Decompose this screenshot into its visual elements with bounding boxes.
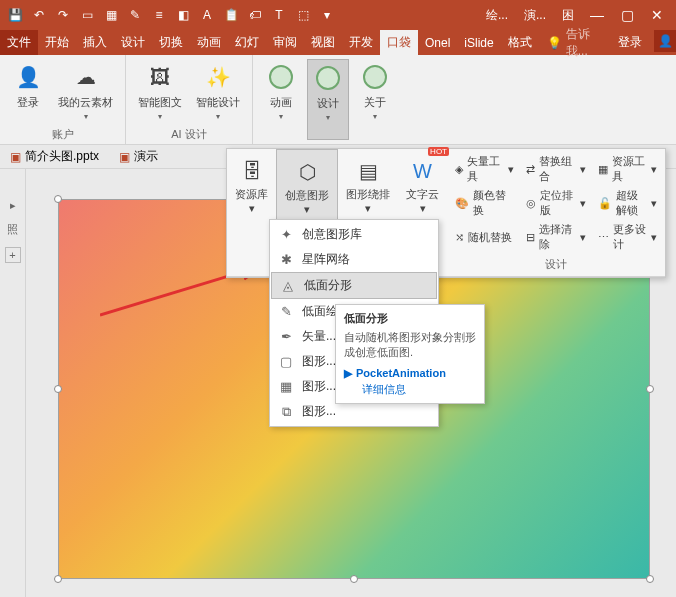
tab-file[interactable]: 文件 [0, 30, 38, 55]
more-icon: ⋯ [598, 231, 609, 244]
ppt-icon: ▣ [119, 150, 130, 164]
tab-transition[interactable]: 切换 [152, 30, 190, 55]
tag-icon[interactable]: 🏷 [244, 4, 266, 26]
smart-graphic-button[interactable]: 🖼 智能图文 ▾ [134, 59, 186, 125]
tell-me-search[interactable]: 💡 告诉我... [539, 30, 610, 55]
resize-handle-bl[interactable] [54, 575, 62, 583]
layers-icon: ⧉ [278, 404, 294, 420]
circle-icon [265, 61, 297, 93]
resize-handle-ml[interactable] [54, 385, 62, 393]
side-panel: ▸ 照 + [0, 169, 26, 597]
more-design-link[interactable]: ⋯更多设计▾ [596, 221, 659, 253]
design-icon: ✨ [202, 61, 234, 93]
tab-design[interactable]: 设计 [114, 30, 152, 55]
tab-islide[interactable]: iSlide [457, 30, 500, 55]
save-icon[interactable]: 💾 [4, 4, 26, 26]
user-avatar-icon[interactable]: 👤 [654, 30, 676, 52]
vector-tools-link[interactable]: ◈矢量工具▾ [453, 153, 516, 185]
chevron-down-icon: ▾ [580, 163, 586, 176]
chevron-down-icon: ▾ [249, 202, 255, 215]
menu-star-matrix[interactable]: ✱星阵网络 [270, 247, 438, 272]
close-icon[interactable]: ✕ [642, 0, 672, 30]
graphic-icon: 🖼 [144, 61, 176, 93]
tab-developer[interactable]: 开发 [342, 30, 380, 55]
add-icon[interactable]: + [5, 247, 21, 263]
layout-label: 定位排版 [540, 188, 575, 218]
resize-handle-mr[interactable] [646, 385, 654, 393]
paste-icon[interactable]: 📋 [220, 4, 242, 26]
more-design-label: 更多设计 [613, 222, 647, 252]
font-color-icon[interactable]: A [196, 4, 218, 26]
ribbon-group-ai: 🖼 智能图文 ▾ ✨ 智能设计 ▾ AI 设计 [126, 55, 253, 144]
hexagon-icon: ⬡ [291, 156, 323, 188]
restore-icon[interactable]: ▢ [612, 0, 642, 30]
bullet-icon[interactable]: ≡ [148, 4, 170, 26]
select-clear-link[interactable]: ⊟选择清除▾ [524, 221, 587, 253]
tab-insert[interactable]: 插入 [76, 30, 114, 55]
tab-review[interactable]: 审阅 [266, 30, 304, 55]
group-icon[interactable]: ⬚ [292, 4, 314, 26]
tab-pocket[interactable]: 口袋 [380, 30, 418, 55]
smart-design-button[interactable]: ✨ 智能设计 ▾ [192, 59, 244, 125]
doc-tab-1[interactable]: ▣ 简介头图.pptx [4, 146, 105, 167]
resize-handle-tl[interactable] [54, 195, 62, 203]
tooltip-more-link[interactable]: 详细信息 [344, 382, 476, 397]
menu-vector-label: 矢量... [302, 328, 336, 345]
menu-shape-lib[interactable]: ✦创意图形库 [270, 222, 438, 247]
ribbon-group-design: 动画 ▾ 设计 ▾ 关于 ▾ [253, 55, 403, 144]
resource-tools-link[interactable]: ▦资源工具▾ [596, 153, 659, 185]
grid-icon[interactable]: ▦ [100, 4, 122, 26]
tab-home[interactable]: 开始 [38, 30, 76, 55]
fill-icon[interactable]: ◧ [172, 4, 194, 26]
color-replace-link[interactable]: 🎨颜色替换 [453, 187, 516, 219]
lowpoly-icon: ◬ [280, 278, 296, 294]
ribbon-tabs: 文件 开始 插入 设计 切换 动画 幻灯 审阅 视图 开发 口袋 Onel iS… [0, 30, 676, 55]
new-slide-icon[interactable]: ▭ [76, 4, 98, 26]
ribbon-group-account: 👤 登录 ☁ 我的云素材 ▾ 账户 [0, 55, 126, 144]
tab-animation[interactable]: 动画 [190, 30, 228, 55]
doc-tab-2[interactable]: ▣ 演示 [113, 146, 164, 167]
redo-icon[interactable]: ↷ [52, 4, 74, 26]
cloud-material-label: 我的云素材 [58, 95, 113, 110]
word-icon: WHOT [407, 155, 439, 187]
anim-button[interactable]: 动画 ▾ [261, 59, 301, 140]
brush-icon[interactable]: ✎ [124, 4, 146, 26]
chevron-down-icon: ▾ [216, 112, 220, 121]
side-panel-label: 照 [7, 222, 18, 237]
undo-icon[interactable]: ↶ [28, 4, 50, 26]
random-replace-label: 随机替换 [468, 230, 512, 245]
menu-shape-a-label: 图形... [302, 353, 336, 370]
resize-handle-bm[interactable] [350, 575, 358, 583]
tab-view[interactable]: 视图 [304, 30, 342, 55]
text-icon[interactable]: T [268, 4, 290, 26]
design-button[interactable]: 设计 ▾ [307, 59, 349, 140]
qat-dropdown-icon[interactable]: ▾ [316, 4, 338, 26]
layout-link[interactable]: ◎定位排版▾ [524, 187, 587, 219]
about-button[interactable]: 关于 ▾ [355, 59, 395, 140]
chevron-down-icon: ▾ [580, 197, 586, 210]
menu-star-matrix-label: 星阵网络 [302, 251, 350, 268]
chevron-down-icon: ▾ [580, 231, 586, 244]
cloud-icon: ☁ [70, 61, 102, 93]
login-ribbon-button[interactable]: 👤 登录 [8, 59, 48, 125]
login-button[interactable]: 登录 [610, 30, 650, 55]
star-icon: ✦ [278, 227, 294, 243]
ppt-icon: ▣ [10, 150, 21, 164]
cloud-material-button[interactable]: ☁ 我的云素材 ▾ [54, 59, 117, 125]
resize-handle-br[interactable] [646, 575, 654, 583]
login-ribbon-label: 登录 [17, 95, 39, 110]
account-group-label: 账户 [8, 125, 117, 142]
menu-lowpoly[interactable]: ◬低面分形 [271, 272, 437, 299]
resource-tools-label: 资源工具 [612, 154, 647, 184]
hot-badge: HOT [428, 147, 449, 156]
tab-format[interactable]: 格式 [501, 30, 539, 55]
super-unlock-link[interactable]: 🔓超级解锁▾ [596, 187, 659, 219]
tab-onel[interactable]: Onel [418, 30, 457, 55]
tooltip-link[interactable]: ▶PocketAnimation [344, 367, 476, 380]
replace-combo-link[interactable]: ⇄替换组合▾ [524, 153, 587, 185]
chevron-down-icon: ▾ [365, 202, 371, 215]
random-replace-link[interactable]: ⤭随机替换 [453, 221, 516, 253]
tab-slideshow[interactable]: 幻灯 [228, 30, 266, 55]
barrel-icon: 🗄 [236, 155, 268, 187]
panel-toggle-icon[interactable]: ▸ [10, 199, 16, 212]
